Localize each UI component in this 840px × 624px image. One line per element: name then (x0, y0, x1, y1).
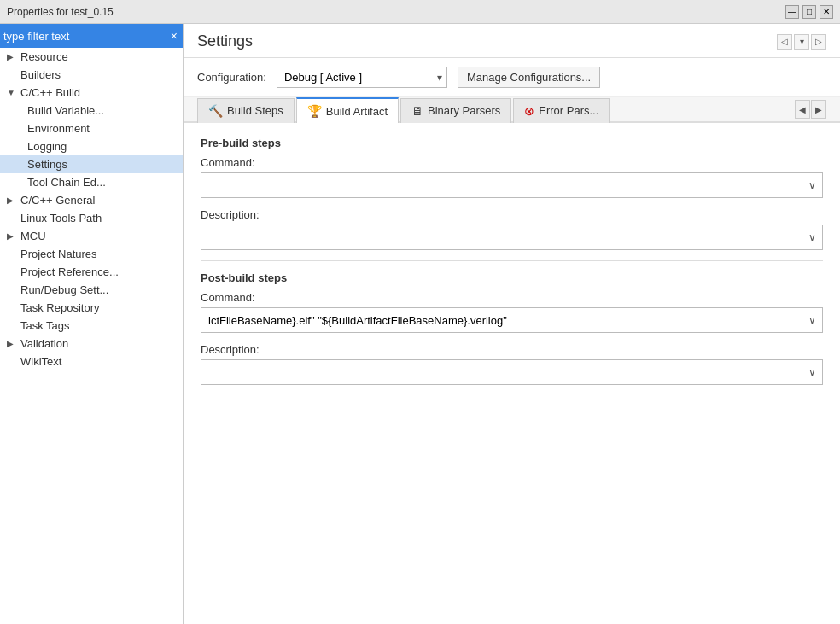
pre-build-description-row: Description: (201, 208, 823, 250)
tab-scroll-right-button[interactable]: ▶ (811, 100, 826, 119)
pre-build-command-select[interactable] (201, 172, 823, 198)
tab-binary-parsers[interactable]: 🖥 Binary Parsers (400, 98, 511, 123)
section-divider (201, 260, 823, 261)
sidebar-item-linux-tools-path[interactable]: Linux Tools Path (0, 209, 183, 227)
post-build-section-title: Post-build steps (201, 271, 823, 284)
sidebar-item-mcu[interactable]: ▶ MCU (0, 227, 183, 245)
sidebar-item-run-debug-settings[interactable]: Run/Debug Sett... (0, 281, 183, 299)
sidebar-item-wikitext[interactable]: WikiText (0, 353, 183, 370)
pre-build-command-wrapper (201, 172, 823, 198)
sidebar-item-label: WikiText (20, 355, 61, 368)
post-build-command-label: Command: (201, 291, 823, 304)
sidebar-item-label: Environment (27, 122, 90, 135)
sidebar-item-task-repository[interactable]: Task Repository (0, 299, 183, 317)
post-build-command-select[interactable]: ictFileBaseName}.elf" "${BuildArtifactFi… (201, 307, 823, 333)
sidebar-item-task-tags[interactable]: Task Tags (0, 317, 183, 335)
nav-down-button[interactable]: ▾ (794, 34, 809, 50)
post-build-command-wrapper: ictFileBaseName}.elf" "${BuildArtifactFi… (201, 307, 823, 333)
expand-icon: ▼ (7, 88, 17, 97)
tab-label: Error Pars... (539, 104, 598, 117)
title-bar: Properties for test_0.15 — □ ✕ (0, 0, 840, 24)
post-build-description-label: Description: (201, 343, 823, 356)
nav-back-button[interactable]: ◁ (777, 34, 792, 50)
pre-build-description-wrapper (201, 225, 823, 250)
expand-icon: ▶ (7, 339, 17, 348)
sidebar-item-validation[interactable]: ▶ Validation (0, 335, 183, 353)
title-bar-text: Properties for test_0.15 (7, 6, 785, 18)
sidebar-item-project-natures[interactable]: Project Natures (0, 245, 183, 263)
sidebar-item-builders[interactable]: Builders (0, 66, 183, 84)
filter-input[interactable] (3, 30, 169, 43)
minimize-button[interactable]: — (785, 5, 799, 19)
sidebar-item-ccpp-general[interactable]: ▶ C/C++ General (0, 191, 183, 209)
filter-clear-button[interactable]: × (169, 29, 179, 43)
build-artifact-icon: 🏆 (307, 104, 322, 118)
tab-label: Build Steps (227, 104, 283, 117)
sidebar-item-label: Logging (27, 140, 67, 153)
sidebar-item-label: MCU (20, 230, 46, 242)
nav-buttons: ◁ ▾ ▷ (777, 34, 826, 50)
sidebar-item-label: Settings (27, 158, 67, 171)
tab-error-parsers[interactable]: ⊗ Error Pars... (513, 98, 610, 123)
post-build-description-wrapper (201, 359, 823, 385)
tab-label: Binary Parsers (428, 104, 500, 117)
sidebar-item-tool-chain-editor[interactable]: Tool Chain Ed... (0, 173, 183, 191)
sidebar-item-environment[interactable]: Environment (0, 120, 183, 137)
sidebar-item-label: Builders (20, 68, 61, 81)
sidebar-item-resource[interactable]: ▶ Resource (0, 48, 183, 66)
sidebar-item-logging[interactable]: Logging (0, 137, 183, 155)
sidebar: × ▶ Resource Builders ▼ C/C++ Build Buil… (0, 24, 184, 624)
pre-build-command-label: Command: (201, 156, 823, 169)
tab-content: Pre-build steps Command: Description: (184, 123, 840, 624)
pre-build-description-select[interactable] (201, 225, 823, 250)
config-select[interactable]: Debug [ Active ] Release All configurati… (277, 67, 447, 88)
tab-scroll-left-button[interactable]: ◀ (795, 100, 810, 119)
pre-build-command-row: Command: (201, 156, 823, 198)
post-build-command-row: Command: ictFileBaseName}.elf" "${BuildA… (201, 291, 823, 333)
tab-scroll-controls: ◀ ▶ (795, 100, 826, 119)
page-title: Settings (197, 32, 253, 50)
maximize-button[interactable]: □ (802, 5, 816, 19)
tab-build-artifact[interactable]: 🏆 Build Artifact (296, 97, 399, 123)
sidebar-item-label: Run/Debug Sett... (20, 283, 108, 296)
nav-forward-button[interactable]: ▷ (811, 34, 826, 50)
post-build-description-select[interactable] (201, 359, 823, 385)
expand-icon: ▶ (7, 231, 17, 241)
sidebar-item-label: C/C++ Build (20, 86, 80, 99)
config-row: Configuration: Debug [ Active ] Release … (184, 58, 840, 97)
sidebar-item-label: Tool Chain Ed... (27, 176, 106, 189)
sidebar-item-label: Build Variable... (27, 104, 104, 117)
binary-parsers-icon: 🖥 (411, 104, 423, 118)
tab-label: Build Artifact (326, 105, 388, 118)
main-container: × ▶ Resource Builders ▼ C/C++ Build Buil… (0, 24, 840, 624)
close-button[interactable]: ✕ (820, 5, 833, 19)
post-build-description-row: Description: (201, 343, 823, 385)
sidebar-item-label: Validation (20, 337, 68, 350)
content-area: Settings ◁ ▾ ▷ Configuration: Debug [ Ac… (184, 24, 840, 624)
tabs-bar: 🔨 Build Steps 🏆 Build Artifact 🖥 Binary … (184, 97, 840, 123)
expand-icon: ▶ (7, 195, 17, 205)
filter-bar: × (0, 24, 183, 48)
manage-configurations-button[interactable]: Manage Configurations... (458, 67, 600, 88)
sidebar-item-ccpp-build[interactable]: ▼ C/C++ Build (0, 84, 183, 102)
content-header: Settings ◁ ▾ ▷ (184, 24, 840, 58)
build-steps-icon: 🔨 (208, 104, 223, 118)
sidebar-item-project-references[interactable]: Project Reference... (0, 263, 183, 281)
sidebar-item-label: C/C++ General (20, 194, 95, 207)
config-label: Configuration: (197, 71, 266, 84)
sidebar-item-label: Project Reference... (20, 265, 119, 278)
sidebar-item-label: Resource (20, 50, 68, 63)
sidebar-item-label: Task Tags (20, 319, 70, 332)
tab-build-steps[interactable]: 🔨 Build Steps (197, 98, 295, 123)
config-select-wrapper: Debug [ Active ] Release All configurati… (277, 67, 447, 88)
error-parsers-icon: ⊗ (524, 104, 534, 118)
title-bar-controls: — □ ✕ (785, 5, 833, 19)
pre-build-section-title: Pre-build steps (201, 137, 823, 149)
sidebar-item-settings[interactable]: Settings (0, 155, 183, 173)
sidebar-item-label: Task Repository (20, 301, 99, 314)
pre-build-description-label: Description: (201, 208, 823, 221)
sidebar-item-build-variables[interactable]: Build Variable... (0, 102, 183, 120)
sidebar-item-label: Linux Tools Path (20, 212, 102, 225)
expand-icon: ▶ (7, 52, 17, 61)
sidebar-item-label: Project Natures (20, 248, 97, 260)
